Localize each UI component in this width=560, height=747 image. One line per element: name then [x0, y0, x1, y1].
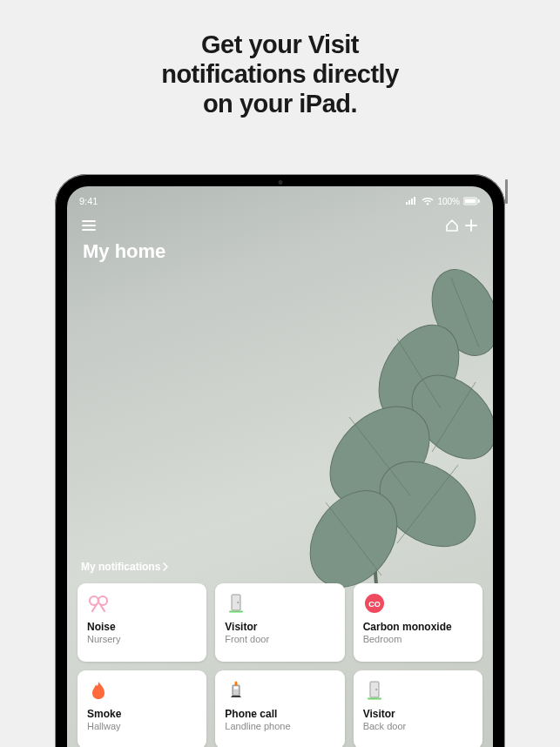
co-icon: CO — [363, 592, 386, 615]
svg-rect-29 — [370, 682, 379, 697]
card-carbon-monoxide[interactable]: CO Carbon monoxide Bedroom — [354, 583, 482, 662]
card-phone-call[interactable]: Phone call Landline phone — [215, 670, 344, 747]
svg-rect-8 — [411, 199, 413, 205]
svg-rect-27 — [234, 687, 239, 690]
wifi-icon — [422, 197, 434, 205]
svg-point-30 — [375, 689, 377, 690]
svg-rect-13 — [478, 199, 480, 203]
svg-rect-6 — [406, 202, 408, 205]
add-button[interactable] — [462, 216, 481, 235]
device-camera — [278, 180, 282, 185]
promo-line-1: Get your Visit — [201, 30, 359, 58]
card-title: Smoke — [87, 709, 197, 721]
door-icon — [363, 679, 386, 702]
ipad-frame: 9:41 100% My home My — [55, 174, 505, 747]
cellular-icon — [406, 197, 418, 205]
card-noise[interactable]: Noise Nursery — [78, 583, 206, 662]
card-title: Visitor — [363, 709, 473, 721]
svg-rect-7 — [408, 200, 410, 205]
card-subtitle: Front door — [225, 634, 334, 645]
wallpaper-plant — [232, 252, 493, 617]
card-visitor-front[interactable]: Visitor Front door — [215, 583, 344, 662]
card-subtitle: Back door — [363, 721, 473, 732]
svg-rect-12 — [465, 199, 476, 204]
plus-icon — [464, 219, 478, 232]
top-bar — [67, 211, 493, 240]
notifications-grid: Noise Nursery Visitor Front door — [78, 583, 482, 747]
svg-rect-22 — [232, 595, 240, 610]
battery-icon — [463, 197, 481, 205]
card-subtitle: Nursery — [87, 634, 197, 645]
promo-line-3: on your iPad. — [203, 90, 357, 118]
home-icon — [445, 219, 459, 232]
svg-point-21 — [98, 600, 100, 602]
flame-icon — [87, 679, 110, 702]
card-smoke[interactable]: Smoke Hallway — [78, 670, 206, 747]
app-screen: 9:41 100% My home My — [67, 186, 493, 747]
chevron-right-icon — [163, 562, 168, 571]
page-title: My home — [83, 240, 165, 263]
battery-label: 100% — [437, 197, 460, 206]
card-title: Phone call — [225, 709, 334, 721]
card-visitor-back[interactable]: Visitor Back door — [354, 670, 482, 747]
status-time: 9:41 — [79, 196, 114, 206]
notifications-section-header[interactable]: My notifications — [81, 561, 168, 573]
device-side-button — [505, 179, 508, 204]
card-subtitle: Hallway — [87, 721, 197, 732]
phone-icon — [225, 679, 247, 702]
card-title: Noise — [87, 622, 197, 634]
hamburger-icon — [82, 220, 96, 231]
status-right: 100% — [406, 197, 481, 206]
card-subtitle: Bedroom — [363, 634, 473, 645]
menu-button[interactable] — [79, 216, 98, 235]
home-button[interactable] — [442, 216, 462, 235]
card-subtitle: Landline phone — [225, 721, 334, 732]
svg-point-10 — [427, 203, 428, 205]
section-label: My notifications — [81, 561, 160, 573]
status-bar: 9:41 100% — [67, 193, 493, 209]
card-title: Visitor — [225, 622, 334, 634]
promo-heading: Get your Visit notifications directly on… — [0, 0, 560, 119]
svg-rect-9 — [414, 197, 415, 205]
door-icon — [225, 592, 247, 615]
svg-rect-28 — [235, 682, 238, 686]
co-badge-text: CO — [368, 600, 381, 609]
noise-icon — [87, 592, 110, 615]
promo-line-2: notifications directly — [161, 60, 399, 88]
svg-point-23 — [238, 602, 240, 603]
card-title: Carbon monoxide — [363, 622, 473, 634]
